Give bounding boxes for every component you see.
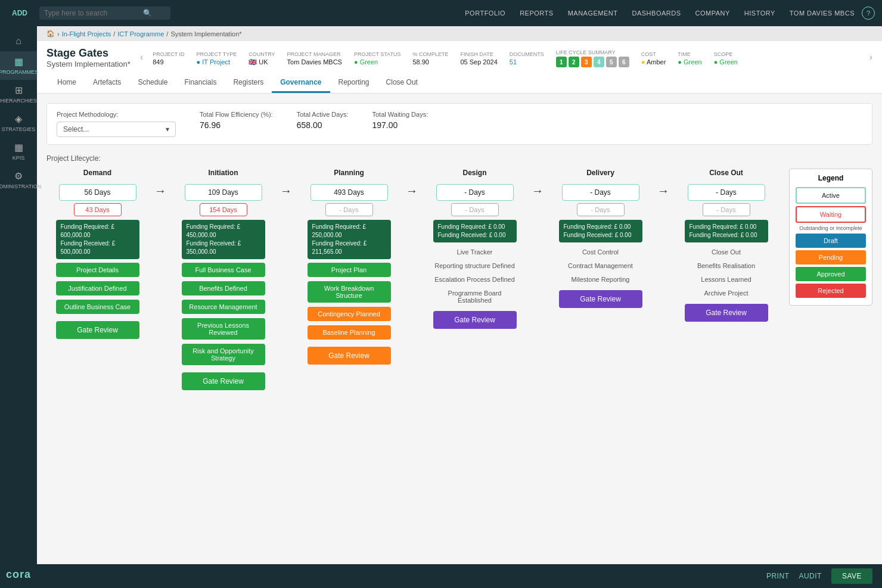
tab-reporting[interactable]: Reporting: [330, 73, 378, 93]
breadcrumb-inflight[interactable]: In-Flight Projects: [62, 30, 111, 38]
sidebar-item-programmes[interactable]: ▦ PROGRAMMES: [0, 51, 37, 80]
save-button[interactable]: SAVE: [831, 568, 872, 584]
nav-portfolio[interactable]: PORTFOLIO: [465, 10, 505, 17]
print-button[interactable]: PRINT: [766, 572, 790, 580]
nav-prev-arrow[interactable]: ‹: [140, 52, 143, 63]
task-init-0[interactable]: Full Business Case: [182, 263, 265, 277]
sidebar-item-admin[interactable]: ⚙ ADMINISTRATION: [0, 166, 37, 194]
gate-closeout[interactable]: Gate Review: [685, 304, 768, 322]
tab-financials[interactable]: Financials: [176, 73, 225, 93]
legend-note: Outstanding or Incomplete: [796, 225, 866, 231]
sidebar-item-strategies[interactable]: ◈ STRATEGIES: [0, 108, 37, 137]
task-closeout-3[interactable]: Archive Project: [685, 287, 768, 299]
stage-closeout-days: - Days: [688, 184, 765, 201]
task-init-4[interactable]: Risk and Opportunity Strategy: [182, 344, 265, 365]
lc-1: 1: [556, 57, 567, 67]
legend-rejected: Rejected: [796, 284, 866, 298]
nav-reports[interactable]: REPORTS: [520, 10, 553, 17]
stage-demand-days: 56 Days: [59, 184, 136, 201]
task-delivery-1[interactable]: Contract Management: [559, 260, 642, 272]
tab-closeout[interactable]: Close Out: [378, 73, 426, 93]
arrow-icon-2: →: [280, 184, 292, 198]
task-design-1[interactable]: Reporting structure Defined: [433, 260, 517, 272]
arrow-icon-4: →: [532, 184, 544, 198]
kpis-label: KPIs: [13, 155, 25, 161]
gate-initiation[interactable]: Gate Review: [182, 372, 265, 390]
hierarchies-label: HIERARCHIES: [0, 98, 37, 104]
stage-closeout-waiting: - Days: [703, 203, 750, 216]
nav-next-arrow[interactable]: ›: [869, 52, 872, 63]
task-closeout-1[interactable]: Benefits Realisation: [685, 260, 768, 272]
stage-delivery-funding: Funding Required: £ 0.00 Funding Receive…: [559, 220, 642, 242]
task-init-3[interactable]: Previous Lessons Reviewed: [182, 318, 265, 340]
stage-initiation-waiting: 154 Days: [200, 203, 247, 216]
tab-home[interactable]: Home: [49, 73, 85, 93]
stage-closeout-funding: Funding Required: £ 0.00 Funding Receive…: [685, 220, 768, 242]
country-value: 🇬🇧 UK: [249, 58, 275, 66]
sidebar-item-home[interactable]: ⌂: [0, 31, 37, 51]
task-init-1[interactable]: Benefits Defined: [182, 281, 265, 295]
tab-registers[interactable]: Registers: [225, 73, 272, 93]
nav-tabs: Home Artefacts Schedule Financials Regis…: [46, 73, 872, 93]
help-button[interactable]: ?: [862, 7, 875, 20]
top-navigation: ADD 🔍 PORTFOLIO REPORTS MANAGEMENT DASHB…: [0, 0, 882, 26]
manager-label: Project Manager: [287, 51, 342, 57]
nav-dashboards[interactable]: DASHBOARDS: [632, 10, 681, 17]
stage-design-funding: Funding Required: £ 0.00 Funding Receive…: [433, 220, 517, 242]
task-plan-1[interactable]: Work Breakdown Structure: [308, 281, 391, 303]
task-plan-2[interactable]: Contingency Planned: [308, 307, 391, 321]
task-design-3[interactable]: Programme Board Established: [433, 287, 517, 306]
task-design-2[interactable]: Escalation Process Defined: [433, 273, 517, 285]
docs-value[interactable]: 51: [510, 58, 544, 66]
sidebar-item-hierarchies[interactable]: ⊞ HIERARCHIES: [0, 80, 37, 108]
add-button[interactable]: ADD: [7, 7, 32, 20]
status-label: Project Status: [354, 51, 401, 57]
lifecycle-label: Life Cycle Summary: [556, 49, 629, 55]
gate-delivery[interactable]: Gate Review: [559, 290, 642, 308]
tab-artefacts[interactable]: Artefacts: [85, 73, 129, 93]
arrow-4: →: [526, 169, 549, 198]
tab-schedule[interactable]: Schedule: [129, 73, 176, 93]
legend-pending: Pending: [796, 250, 866, 265]
legend-approved: Approved: [796, 267, 866, 281]
task-init-2[interactable]: Resource Management: [182, 300, 265, 314]
task-delivery-0[interactable]: Cost Control: [559, 246, 642, 258]
task-plan-0[interactable]: Project Plan: [308, 263, 391, 277]
task-design-0[interactable]: Live Tracker: [433, 246, 517, 258]
search-input[interactable]: [44, 9, 139, 17]
task-closeout-2[interactable]: Lessons Learned: [685, 273, 768, 285]
gate-design[interactable]: Gate Review: [433, 311, 517, 329]
nav-history[interactable]: HISTORY: [744, 10, 775, 17]
task-delivery-2[interactable]: Milestone Reporting: [559, 273, 642, 285]
programmes-icon: ▦: [14, 56, 23, 67]
methodology-label: Project Methodology:: [57, 111, 176, 118]
sidebar-item-kpis[interactable]: ▦ KPIs: [0, 137, 37, 166]
stage-initiation: Initiation 109 Days 154 Days Funding Req…: [172, 169, 274, 390]
search-box[interactable]: 🔍: [39, 7, 170, 20]
governance-content: Project Methodology: Select... ▾ Total F…: [37, 94, 882, 426]
stage-planning-funding: Funding Required: £ 250,000.00 Funding R…: [308, 220, 391, 259]
audit-button[interactable]: AUDIT: [799, 572, 822, 580]
stage-planning: Planning 493 Days - Days Funding Require…: [298, 169, 400, 365]
tab-governance[interactable]: Governance: [272, 73, 330, 93]
gate-demand[interactable]: Gate Review: [56, 321, 139, 339]
task-demand-2[interactable]: Outline Business Case: [56, 300, 139, 314]
methodology-select[interactable]: Select... ▾: [57, 122, 176, 137]
time-label: Time: [678, 51, 701, 57]
task-demand-1[interactable]: Justification Defined: [56, 281, 139, 295]
stage-design-header: Design: [462, 169, 486, 181]
nav-user[interactable]: TOM DAVIES MBCS: [790, 10, 855, 17]
breadcrumb-ict[interactable]: ICT Programme: [117, 30, 164, 38]
nav-company[interactable]: COMPANY: [695, 10, 730, 17]
stage-initiation-days: 109 Days: [185, 184, 262, 201]
active-days-value: 658.00: [297, 120, 349, 130]
task-closeout-0[interactable]: Close Out: [685, 246, 768, 258]
methodology-placeholder: Select...: [63, 125, 89, 133]
gate-planning[interactable]: Gate Review: [308, 347, 391, 365]
stage-demand-header: Demand: [83, 169, 111, 181]
legend-section: Legend Active Waiting Outstanding or Inc…: [789, 169, 872, 306]
lc-4: 4: [594, 57, 604, 67]
nav-management[interactable]: MANAGEMENT: [568, 10, 618, 17]
task-plan-3[interactable]: Baseline Planning: [308, 325, 391, 340]
task-demand-0[interactable]: Project Details: [56, 263, 139, 277]
